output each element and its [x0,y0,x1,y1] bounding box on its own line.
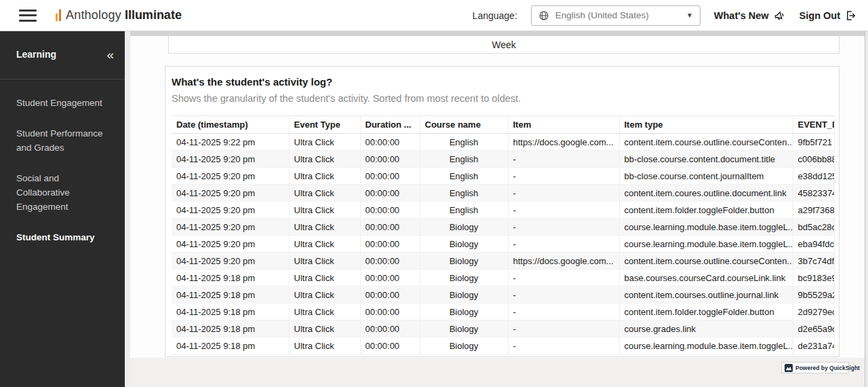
table-cell: Ultra Click [289,219,360,236]
table-cell: 00:00:00 [360,185,420,202]
table-cell: 00:00:00 [360,168,420,185]
table-cell: Biology [420,253,508,270]
column-header[interactable]: Event Type [289,116,360,134]
table-cell: Ultra Click [289,134,360,151]
table-cell: 00:00:00 [360,151,420,168]
table-cell: Biology [420,320,508,337]
table-row: 04-11-2025 9:18 pmUltra Click00:00:00Bio… [172,270,834,287]
sidebar-item-social-and-collaborative-engagement[interactable]: Social and Collaborative Engagement [16,171,108,214]
table-cell: bb-close.course.content.journalItem [619,168,793,185]
top-header-bar: Anthology Illuminate Language: English (… [0,0,868,31]
column-header[interactable]: Course name [420,116,508,134]
column-header[interactable]: Item [508,116,619,134]
table-row: 04-11-2025 9:18 pmUltra Click00:00:00Bio… [172,320,834,337]
table-cell: - [508,270,619,287]
table-row: 04-11-2025 9:20 pmUltra Click00:00:00Eng… [172,185,834,202]
table-cell: 04-11-2025 9:22 pm [172,134,289,151]
quicksight-badge[interactable]: Powered by QuickSight [781,362,849,373]
table-cell: d2e65a9c [793,320,834,337]
table-cell: content.item.course.outline.courseConten… [619,134,793,151]
sign-out-link[interactable]: Sign Out [800,10,857,22]
table-row: 04-11-2025 9:20 pmUltra Click00:00:00Eng… [172,151,834,168]
sidebar-item-student-summary[interactable]: Student Summary [16,230,108,244]
table-cell: - [508,303,619,320]
table-cell: 9fb5f721 [793,134,834,151]
table-cell: Biology [420,337,508,354]
vertical-scrollbar[interactable] [865,31,868,387]
table-cell: Ultra Click [289,236,360,253]
table-cell: c006bb88 [793,151,834,168]
table-cell: 04-11-2025 9:20 pm [172,253,289,270]
table-cell: Biology [420,303,508,320]
table-cell: Biology [420,219,508,236]
table-cell: 00:00:00 [360,236,420,253]
column-header[interactable]: Duration ... [360,116,420,134]
table-cell: - [508,287,619,303]
column-header[interactable]: Date (timestamp) [172,116,289,134]
table-row: 04-11-2025 9:20 pmUltra Click00:00:00Eng… [172,168,834,185]
table-cell: course.learning.module.base.item.toggleL… [619,236,793,253]
table-cell: 00:00:00 [360,253,420,270]
table-cell: - [508,168,619,185]
table-cell: 04-11-2025 9:18 pm [172,287,289,303]
table-cell: content.item.courses.outline.journal.lin… [619,287,793,303]
table-cell: 00:00:00 [360,270,420,287]
table-cell: course.learning.module.base.item.toggleL… [619,337,793,354]
table-cell: content.item.course.outline.courseConten… [619,253,793,270]
table-cell: Ultra Click [289,253,360,270]
table-cell: 2d9279ec [793,303,834,320]
table-cell: 04-11-2025 9:18 pm [172,270,289,287]
table-row: 04-11-2025 9:18 pmUltra Click00:00:00Bio… [172,303,834,320]
activity-log-table: Date (timestamp)Event TypeDuration ...Co… [172,115,835,354]
brand-logo: Anthology Illuminate [56,8,182,22]
table-cell: 00:00:00 [360,320,420,337]
table-cell: https://docs.google.com... [508,253,619,270]
card-title: What's the student's activity log? [172,76,839,88]
collapse-sidebar-icon[interactable]: « [106,49,114,60]
table-cell: Biology [420,270,508,287]
table-cell: 00:00:00 [360,287,420,303]
table-cell: - [508,236,619,253]
table-cell: English [420,168,508,185]
table-row: 04-11-2025 9:22 pmUltra Click00:00:00Eng… [172,134,834,151]
sidebar-item-student-performance-and-grades[interactable]: Student Performance and Grades [16,126,108,155]
activity-log-card: What's the student's activity log? Shows… [165,66,840,357]
sidebar-nav: Student EngagementStudent Performance an… [0,79,125,261]
table-cell: 9b5529a2 [793,287,834,303]
table-cell: bd5ac28c [793,219,834,236]
table-cell: - [508,151,619,168]
anthology-logo-icon [56,10,61,22]
table-cell: bc9183e9 [793,270,834,287]
column-header[interactable]: Item type [619,116,793,134]
table-row: 04-11-2025 9:20 pmUltra Click00:00:00Bio… [172,253,834,270]
language-selected-value: English (United States) [555,10,680,20]
globe-icon [538,10,549,21]
table-cell: 04-11-2025 9:18 pm [172,337,289,354]
table-cell: course.learning.module.base.item.toggleL… [619,219,793,236]
table-cell: Ultra Click [289,337,360,354]
table-row: 04-11-2025 9:18 pmUltra Click00:00:00Bio… [172,287,834,303]
table-row: 04-11-2025 9:20 pmUltra Click00:00:00Bio… [172,219,834,236]
hamburger-menu-icon[interactable] [19,10,37,22]
sidebar-item-student-engagement[interactable]: Student Engagement [16,96,108,110]
table-cell: - [508,337,619,354]
table-cell: content.item.coures.outline.document.lin… [619,185,793,202]
table-cell: 00:00:00 [360,303,420,320]
card-subtitle: Shows the granularity of the student's a… [172,93,839,104]
sidebar-title: Learning [16,49,56,60]
column-header[interactable]: EVENT_ID [793,116,834,134]
language-select[interactable]: English (United States) ▼ [531,5,701,26]
table-cell: https://docs.google.com... [508,134,619,151]
quicksight-logo-icon [785,364,793,372]
logout-icon [845,10,857,22]
bottom-strip [130,358,865,387]
sidebar-gutter [125,31,130,387]
table-cell: Ultra Click [289,287,360,303]
table-row: 04-11-2025 9:20 pmUltra Click00:00:00Bio… [172,236,834,253]
table-cell: - [508,185,619,202]
whats-new-link[interactable]: What's New [714,10,786,22]
table-cell: Ultra Click [289,270,360,287]
horizontal-scrollbar[interactable] [130,31,868,36]
megaphone-icon [774,10,786,22]
quicksight-badge-label: Powered by QuickSight [795,365,860,371]
